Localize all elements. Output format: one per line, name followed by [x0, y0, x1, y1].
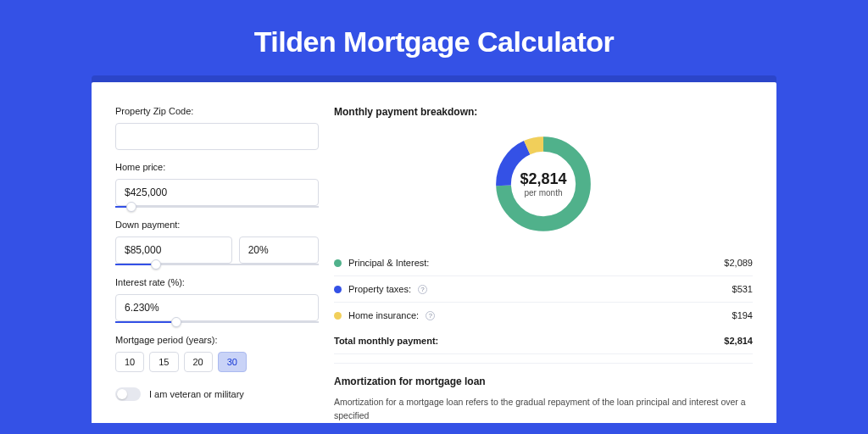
legend-value: $531	[732, 284, 753, 294]
field-mortgage-period: Mortgage period (years): 10152030	[115, 335, 319, 372]
breakdown-column: Monthly payment breakdown: $2,814 per mo…	[334, 106, 753, 423]
mortgage-period-label: Mortgage period (years):	[115, 335, 319, 345]
field-veteran: I am veteran or military	[115, 387, 319, 401]
zip-input[interactable]	[115, 123, 319, 150]
legend-label: Home insurance:	[348, 310, 419, 320]
breakdown-legend: Principal & Interest:$2,089Property taxe…	[334, 250, 753, 328]
veteran-label: I am veteran or military	[149, 389, 244, 399]
period-buttons: 10152030	[115, 352, 319, 372]
down-payment-slider[interactable]	[115, 264, 319, 265]
interest-rate-slider[interactable]	[115, 321, 319, 323]
legend-value: $194	[732, 310, 753, 320]
field-zip: Property Zip Code:	[115, 106, 319, 150]
home-price-slider-thumb[interactable]	[126, 202, 136, 212]
donut-chart: $2,814 per month	[491, 131, 596, 236]
page-title: Tilden Mortgage Calculator	[0, 0, 868, 75]
zip-label: Property Zip Code:	[115, 106, 319, 116]
interest-rate-label: Interest rate (%):	[115, 277, 319, 287]
legend-row: Principal & Interest:$2,089	[334, 250, 753, 276]
donut-sub: per month	[524, 188, 562, 198]
inputs-column: Property Zip Code: Home price: Down paym…	[115, 106, 319, 423]
home-price-slider[interactable]	[115, 206, 319, 208]
legend-row: Property taxes:?$531	[334, 276, 753, 303]
legend-dot	[334, 286, 342, 293]
field-home-price: Home price:	[115, 162, 319, 208]
legend-dot	[334, 312, 342, 320]
down-payment-pct-input[interactable]	[239, 236, 319, 264]
donut-chart-wrap: $2,814 per month	[334, 128, 753, 250]
down-payment-slider-thumb[interactable]	[151, 259, 161, 270]
help-icon[interactable]: ?	[418, 285, 427, 294]
field-down-payment: Down payment:	[115, 220, 319, 265]
total-payment-row: Total monthly payment: $2,814	[334, 328, 753, 354]
legend-label: Property taxes:	[348, 284, 411, 294]
period-button-15[interactable]: 15	[149, 352, 178, 372]
breakdown-title: Monthly payment breakdown:	[334, 106, 753, 118]
amortization-section: Amortization for mortgage loan Amortizat…	[334, 363, 753, 423]
card-shadow: Property Zip Code: Home price: Down paym…	[92, 75, 776, 416]
interest-rate-slider-thumb[interactable]	[171, 317, 181, 327]
veteran-toggle[interactable]	[115, 387, 141, 401]
total-payment-label: Total monthly payment:	[334, 336, 438, 346]
legend-row: Home insurance:?$194	[334, 303, 753, 328]
interest-rate-input[interactable]	[115, 294, 319, 321]
total-payment-value: $2,814	[724, 336, 753, 346]
legend-value: $2,089	[724, 258, 753, 268]
period-button-30[interactable]: 30	[218, 352, 247, 372]
help-icon[interactable]: ?	[426, 311, 435, 320]
donut-center: $2,814 per month	[491, 131, 596, 236]
amortization-text: Amortization for a mortgage loan refers …	[334, 396, 753, 423]
home-price-input[interactable]	[115, 179, 319, 206]
calculator-card: Property Zip Code: Home price: Down paym…	[92, 82, 776, 423]
amortization-title: Amortization for mortgage loan	[334, 376, 753, 387]
down-payment-amount-input[interactable]	[115, 236, 232, 264]
period-button-10[interactable]: 10	[115, 352, 144, 372]
field-interest-rate: Interest rate (%):	[115, 277, 319, 323]
home-price-label: Home price:	[115, 162, 319, 172]
down-payment-label: Down payment:	[115, 220, 319, 230]
donut-amount: $2,814	[520, 170, 566, 188]
legend-dot	[334, 259, 342, 267]
legend-label: Principal & Interest:	[348, 258, 429, 268]
period-button-20[interactable]: 20	[184, 352, 213, 372]
